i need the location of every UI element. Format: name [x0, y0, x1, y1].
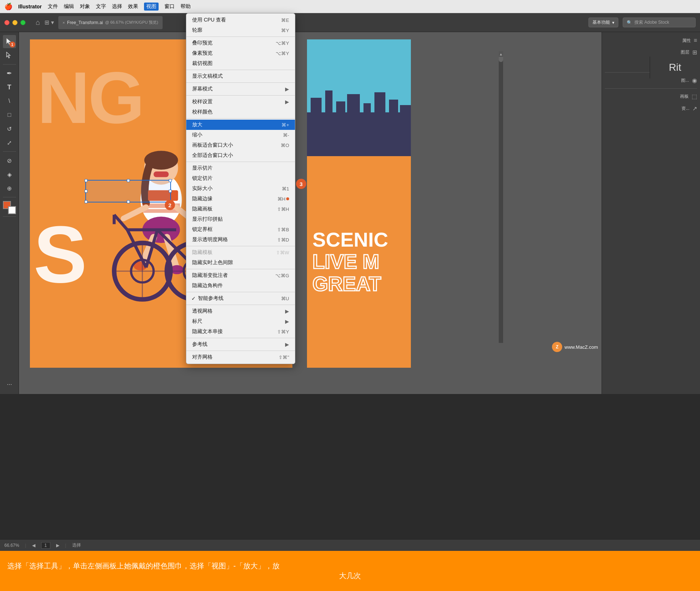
menu-actual-size[interactable]: 实际大小 ⌘1 [186, 184, 295, 194]
menu-outline[interactable]: 轮廓 ⌘Y [186, 25, 295, 35]
assets-panel-icon[interactable]: 资... ↗ [602, 103, 700, 114]
menu-effect[interactable]: 效果 [128, 3, 138, 10]
minimize-button[interactable] [12, 20, 18, 25]
menu-perspective-grid[interactable]: 透视网格 ▶ [186, 306, 295, 316]
smart-guides-check: ✓ [191, 296, 196, 301]
rectangle-tool-button[interactable]: □ [3, 108, 16, 121]
color-swatch[interactable] [3, 201, 16, 214]
properties-icon: ≡ [694, 37, 697, 44]
menu-show-transparency-grid[interactable]: 显示透明度网格 ⇧⌘D [186, 235, 295, 245]
menu-hide-corner-widget[interactable]: 隐藏边角构件 [186, 281, 295, 291]
tab-close[interactable]: × [63, 20, 65, 25]
type-tool-button[interactable]: T [3, 81, 16, 94]
apple-menu[interactable]: 🍎 [4, 3, 12, 11]
menu-hide-edges[interactable]: 隐藏边缘 ⌘H [186, 194, 295, 204]
menu-fit-artboard[interactable]: 画板适合窗口大小 ⌘O [186, 140, 295, 150]
handle-mr [169, 190, 172, 193]
menu-sep-1 [186, 36, 295, 37]
menu-sep-5 [186, 118, 295, 119]
tool-panel: 1 ✒ T \ □ ↺ ⤢ [0, 32, 19, 394]
handle-bm [127, 200, 130, 203]
menu-edit[interactable]: 编辑 [64, 3, 74, 10]
menu-show-slices[interactable]: 显示切片 [186, 163, 295, 173]
panel-separator-2 [605, 88, 697, 89]
svg-rect-38 [400, 105, 411, 142]
search-icon: 🔍 [627, 20, 632, 25]
tab-filename: Free_Transform.ai [67, 20, 103, 25]
scale-tool-button[interactable]: ⤢ [3, 136, 16, 149]
menu-sep-6 [186, 162, 295, 162]
menu-hide-template: 隐藏模板 ⇧⌘W [186, 247, 295, 258]
layers-icon: ⊞ [692, 49, 697, 56]
more-tools-button[interactable]: ⋯ [3, 378, 16, 391]
canvas-area[interactable]: NG S [19, 32, 602, 394]
menu-screen-mode[interactable]: 屏幕模式 ▶ [186, 84, 295, 94]
home-icon[interactable]: ⌂ [36, 18, 40, 27]
direct-select-tool-button[interactable] [3, 49, 16, 62]
artboard-label: 画板 [680, 93, 689, 100]
tool-badge-1: 1 [9, 42, 15, 47]
blend-tool-button[interactable]: ◈ [3, 168, 16, 181]
handle-ml [85, 190, 88, 193]
view-dropdown-menu: 使用 CPU 查看 ⌘E 轮廓 ⌘Y 叠印预览 ⌥⌘Y 像素预览 ⌥⌘Y 裁切视… [186, 13, 295, 364]
badge-3: 3 [296, 179, 306, 189]
menu-hide-live-paint-gaps[interactable]: 隐藏实时上色间隙 [186, 258, 295, 268]
menu-fit-all[interactable]: 全部适合窗口大小 [186, 150, 295, 161]
eyedropper-tool-button[interactable]: ⊘ [3, 154, 16, 167]
svg-rect-8 [143, 209, 179, 213]
menu-hide-gradient-annotator[interactable]: 隐藏渐变批注者 ⌥⌘G [186, 270, 295, 281]
menu-snap-to-grid[interactable]: 对齐网格 ⇧⌘" [186, 352, 295, 362]
pen-tool-button[interactable]: ✒ [3, 67, 16, 80]
svg-rect-36 [374, 92, 385, 140]
menu-help[interactable]: 帮助 [180, 3, 191, 10]
menu-presentation-mode[interactable]: 显示文稿模式 [186, 71, 295, 81]
menu-rulers[interactable]: 标尺 ▶ [186, 316, 295, 327]
properties-panel-icon[interactable]: 属性 ≡ [602, 35, 700, 46]
zoom-tool-button[interactable]: ⊕ [3, 182, 16, 195]
line-tool-button[interactable]: \ [3, 94, 16, 108]
menu-smart-guides[interactable]: ✓ 智能参考线 ⌘U [186, 293, 295, 304]
background-color[interactable] [8, 206, 16, 214]
menu-window[interactable]: 窗口 [164, 3, 175, 10]
layout-icon[interactable]: ⊞ ▾ [44, 19, 54, 26]
menu-overprint[interactable]: 叠印预览 ⌥⌘Y [186, 38, 295, 48]
menu-zoom-out[interactable]: 缩小 ⌘- [186, 130, 295, 140]
search-box[interactable]: 🔍 搜索 Adobe Stock [623, 18, 696, 27]
menu-view[interactable]: 视图 [144, 3, 159, 11]
menu-select[interactable]: 选择 [112, 3, 122, 10]
menu-file[interactable]: 文件 [48, 3, 58, 10]
menu-type[interactable]: 文字 [96, 3, 106, 10]
menu-hide-artboards[interactable]: 隐藏画板 ⇧⌘H [186, 204, 295, 214]
menu-sep-10 [186, 305, 295, 305]
workspace-selector[interactable]: 基本功能 ▾ [588, 18, 618, 27]
rotate-tool-button[interactable]: ↺ [3, 122, 16, 135]
menu-use-cpu[interactable]: 使用 CPU 查看 ⌘E [186, 15, 295, 25]
menu-proof-setup[interactable]: 校样设置 ▶ [186, 97, 295, 107]
artboard-panel-icon[interactable]: 画板 ⬚ [602, 91, 700, 102]
menu-crop-view[interactable]: 裁切视图 [186, 58, 295, 69]
menu-guides[interactable]: 参考线 ▶ [186, 339, 295, 349]
close-button[interactable] [4, 20, 9, 25]
maximize-button[interactable] [20, 20, 26, 25]
mac-menubar: 🍎 Illustrator 文件 编辑 对象 文字 选择 效果 视图 窗口 帮助 [0, 0, 700, 13]
menu-pixel-preview[interactable]: 像素预览 ⌥⌘Y [186, 48, 295, 58]
city-silhouette [307, 83, 411, 156]
traffic-lights [4, 20, 26, 25]
menu-show-print-tiling[interactable]: 显示打印拼贴 [186, 214, 295, 224]
menu-object[interactable]: 对象 [80, 3, 90, 10]
great-text: GREAT [312, 273, 388, 295]
assets-icon: ↗ [692, 105, 697, 112]
menu-hide-text-threads[interactable]: 隐藏文本串接 ⇧⌘Y [186, 327, 295, 337]
menu-illustrator[interactable]: Illustrator [18, 4, 42, 9]
menu-hide-bounding-box[interactable]: 锁定界框 ⇧⌘B [186, 224, 295, 235]
document-tab[interactable]: × Free_Transform.ai @ 66.67% (CMYK/GPU 预… [58, 16, 163, 29]
menu-proof-colors[interactable]: 校样颜色 [186, 107, 295, 117]
scroll-up-button[interactable]: ▲ [499, 51, 503, 57]
svg-rect-5 [153, 171, 168, 177]
layers-label: 图层 [681, 49, 689, 55]
menu-lock-slices[interactable]: 锁定切片 [186, 173, 295, 184]
svg-rect-35 [363, 103, 371, 140]
selection-tool-button[interactable]: 1 [3, 35, 16, 48]
menu-zoom-in[interactable]: 放大 ⌘+ [186, 120, 295, 130]
vertical-scrollbar[interactable] [499, 51, 503, 343]
